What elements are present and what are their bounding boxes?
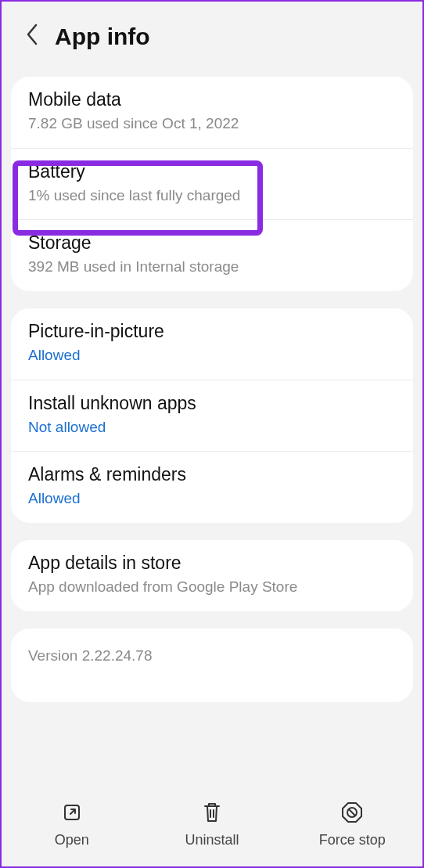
alarms-status: Allowed (28, 488, 396, 509)
row-alarms-reminders[interactable]: Alarms & reminders Allowed (11, 451, 413, 523)
mobile-data-label: Mobile data (28, 88, 396, 112)
trash-icon (201, 801, 223, 824)
store-sub: App downloaded from Google Play Store (28, 577, 396, 597)
mobile-data-sub: 7.82 GB used since Oct 1, 2022 (28, 113, 396, 134)
row-mobile-data[interactable]: Mobile data 7.82 GB used since Oct 1, 20… (11, 77, 413, 148)
content-scroll[interactable]: Mobile data 7.82 GB used since Oct 1, 20… (2, 77, 422, 780)
row-battery[interactable]: Battery 1% used since last fully charged (11, 148, 413, 220)
stop-icon (340, 801, 364, 824)
store-label: App details in store (28, 551, 396, 575)
storage-sub: 392 MB used in Internal storage (28, 257, 396, 277)
open-label: Open (55, 832, 89, 848)
uninstall-button[interactable]: Uninstall (142, 799, 282, 848)
battery-sub: 1% used since last fully charged (28, 185, 396, 206)
header: App info (2, 2, 422, 67)
storage-label: Storage (28, 231, 396, 255)
alarms-label: Alarms & reminders (28, 463, 396, 487)
pip-label: Picture-in-picture (28, 319, 396, 344)
open-button[interactable]: Open (2, 799, 142, 848)
force-stop-button[interactable]: Force stop (282, 799, 422, 848)
version-text: Version 2.22.24.78 (28, 647, 396, 665)
page-title: App info (55, 23, 150, 50)
store-group: App details in store App downloaded from… (11, 540, 413, 611)
force-stop-label: Force stop (319, 832, 386, 848)
version-group: Version 2.22.24.78 (11, 628, 413, 702)
open-icon (61, 801, 83, 823)
row-install-unknown-apps[interactable]: Install unknown apps Not allowed (11, 380, 413, 452)
uninstall-label: Uninstall (185, 832, 239, 848)
unknown-label: Install unknown apps (28, 391, 396, 416)
unknown-status: Not allowed (28, 417, 396, 438)
row-app-details-store[interactable]: App details in store App downloaded from… (11, 540, 413, 611)
row-picture-in-picture[interactable]: Picture-in-picture Allowed (11, 308, 413, 380)
pip-status: Allowed (28, 345, 396, 366)
permissions-group: Picture-in-picture Allowed Install unkno… (11, 308, 413, 523)
chevron-left-icon (25, 23, 39, 45)
back-button[interactable] (23, 20, 41, 52)
bottom-bar: Open Uninstall Force stop (2, 780, 422, 866)
battery-label: Battery (28, 160, 396, 184)
row-storage[interactable]: Storage 392 MB used in Internal storage (11, 219, 413, 291)
usage-group: Mobile data 7.82 GB used since Oct 1, 20… (11, 77, 413, 291)
